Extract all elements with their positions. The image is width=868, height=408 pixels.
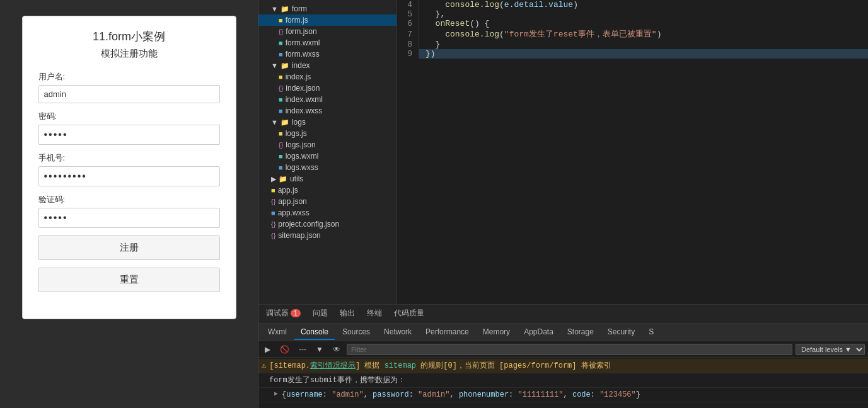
toolbar-dash-btn[interactable]: --- [296, 344, 310, 355]
file-form-wxml[interactable]: ■ form.wxml [258, 37, 396, 48]
phone-label: 手机号: [38, 152, 220, 164]
console-msg-info: form发生了submit事件，携带数据为： [258, 373, 868, 388]
password-input[interactable] [38, 125, 220, 145]
tab-issues[interactable]: 问题 [311, 305, 329, 323]
toolbar-prohibit-btn[interactable]: 🚫 [277, 344, 292, 355]
phone-input[interactable] [38, 166, 220, 186]
reset-button[interactable]: 重置 [38, 268, 220, 292]
folder-utils[interactable]: ▶ 📁 utils [258, 173, 396, 184]
tab-output[interactable]: 输出 [339, 305, 356, 323]
sitemap-link[interactable]: 索引情况提示 [310, 361, 356, 370]
code-line-7: 7 console.log("form发生了reset事件，表单已被重置") [397, 28, 868, 40]
code-lines: 4 console.log(e.detail.value) 5 }, 6 onR… [397, 0, 868, 59]
username-label: 用户名: [38, 71, 220, 82]
file-tree: ▼ 📁 form ■ form.js {} form.json ■ form.w… [258, 0, 397, 304]
devtools-tab-s[interactable]: S [642, 325, 660, 340]
bottom-panel: 调试器1 问题 输出 终端 代码质量 Wxml Console Sources … [258, 304, 868, 408]
toolbar-dropdown-btn[interactable]: ▼ [313, 344, 327, 355]
code-editor: 4 console.log(e.detail.value) 5 }, 6 onR… [397, 0, 868, 304]
file-index-wxss[interactable]: ■ index.wxss [258, 105, 396, 116]
username-input[interactable] [38, 85, 220, 103]
code-label: 验证码: [38, 194, 220, 205]
toolbar-execute-btn[interactable]: ▶ [262, 344, 274, 355]
code-line-6: 6 onReset() { [397, 19, 868, 28]
form-subtitle: 模拟注册功能 [38, 48, 220, 60]
username-field-group: 用户名: [38, 71, 220, 103]
file-logs-wxml[interactable]: ■ logs.wxml [258, 150, 396, 162]
console-messages: ⚠ [sitemap.索引情况提示] 根据 sitemap 的规则[0]，当前页… [258, 358, 868, 408]
folder-index[interactable]: ▼ 📁 index [258, 60, 396, 71]
file-form-json[interactable]: {} form.json [258, 26, 396, 37]
file-index-json[interactable]: {} index.json [258, 82, 396, 94]
file-logs-js[interactable]: ■ logs.js [258, 128, 396, 139]
filter-input[interactable] [347, 344, 792, 355]
devtools-tab-security[interactable]: Security [601, 325, 641, 340]
devtools-tab-wxml[interactable]: Wxml [262, 325, 293, 340]
phone-field-group: 手机号: [38, 152, 220, 186]
console-msg-data: ▶ {username: "admin", password: "admin",… [258, 388, 868, 402]
devtools-tabs: Wxml Console Sources Network Performance… [258, 324, 868, 341]
file-index-js[interactable]: ■ index.js [258, 71, 396, 82]
code-line-4: 4 console.log(e.detail.value) [397, 0, 868, 9]
devtools-tab-storage[interactable]: Storage [561, 325, 600, 340]
warn-icon: ⚠ [262, 360, 266, 371]
tab-terminal[interactable]: 终端 [366, 305, 383, 323]
ide-panel: ▼ 📁 form ■ form.js {} form.json ■ form.w… [258, 0, 868, 408]
folder-form[interactable]: ▼ 📁 form [258, 3, 396, 14]
tab-code-quality[interactable]: 代码质量 [393, 305, 425, 323]
file-index-wxml[interactable]: ■ index.wxml [258, 94, 396, 105]
expand-arrow-2[interactable]: ▶ [274, 389, 282, 399]
file-app-wxss[interactable]: ■ app.wxss [258, 207, 396, 218]
code-line-9: 9 }) [397, 49, 868, 59]
devtools-tab-memory[interactable]: Memory [477, 325, 516, 340]
devtools-tab-network[interactable]: Network [378, 325, 418, 340]
devtools-tab-console[interactable]: Console [294, 325, 335, 340]
devtools-tab-appdata[interactable]: AppData [518, 325, 560, 340]
file-logs-json[interactable]: {} logs.json [258, 139, 396, 150]
code-field-group: 验证码: [38, 194, 220, 228]
password-field-group: 密码: [38, 111, 220, 145]
file-app-js[interactable]: ■ app.js [258, 184, 396, 196]
code-line-8: 8 } [397, 40, 868, 49]
console-msg-warn: ⚠ [sitemap.索引情况提示] 根据 sitemap 的规则[0]，当前页… [258, 359, 868, 373]
password-label: 密码: [38, 111, 220, 122]
simulator-panel: 11.form小案例 模拟注册功能 用户名: 密码: 手机号: 验证码: 注册 … [0, 0, 258, 408]
file-logs-wxss[interactable]: ■ logs.wxss [258, 162, 396, 173]
folder-logs[interactable]: ▼ 📁 logs [258, 116, 396, 128]
form-title: 11.form小案例 [38, 29, 220, 44]
file-project-config[interactable]: {} project.config.json [258, 218, 396, 230]
toolbar-eye-btn[interactable]: 👁 [330, 344, 344, 355]
devtools-tab-performance[interactable]: Performance [419, 325, 475, 340]
file-sitemap[interactable]: {} sitemap.json [258, 230, 396, 241]
phone-frame: 11.form小案例 模拟注册功能 用户名: 密码: 手机号: 验证码: 注册 … [22, 16, 236, 319]
devtools-toolbar: ▶ 🚫 --- ▼ 👁 Default levels ▼ [258, 341, 868, 358]
register-button[interactable]: 注册 [38, 235, 220, 260]
ide-main: ▼ 📁 form ■ form.js {} form.json ■ form.w… [258, 0, 868, 304]
bottom-tabs-row: 调试器1 问题 输出 终端 代码质量 [258, 305, 868, 324]
devtools-tab-sources[interactable]: Sources [336, 325, 376, 340]
level-select[interactable]: Default levels ▼ [796, 344, 865, 355]
file-app-json[interactable]: {} app.json [258, 196, 396, 207]
code-input[interactable] [38, 208, 220, 228]
code-line-5: 5 }, [397, 9, 868, 19]
debugger-badge: 1 [291, 309, 301, 317]
file-form-js[interactable]: ■ form.js [258, 14, 396, 26]
tab-debugger[interactable]: 调试器1 [265, 305, 302, 323]
file-form-wxss[interactable]: ■ form.wxss [258, 48, 396, 60]
